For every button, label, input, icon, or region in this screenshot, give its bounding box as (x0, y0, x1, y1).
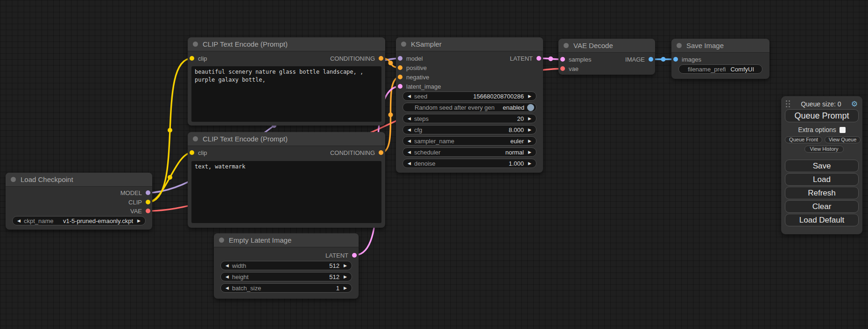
save-button[interactable]: Save (785, 160, 859, 172)
node-ksampler[interactable]: KSampler model positive negative latent_… (396, 37, 543, 173)
load-button[interactable]: Load (785, 173, 859, 186)
node-clip-text-encode-negative[interactable]: CLIP Text Encode (Prompt) clip CONDITION… (188, 132, 385, 228)
comfyui-canvas[interactable]: { "icons": { "combo_prev": "◀", "combo_n… (0, 0, 868, 329)
combo-next-icon[interactable]: ▶ (527, 128, 533, 132)
collapse-dot-icon[interactable] (193, 136, 198, 141)
node-header[interactable]: Load Checkpoint (6, 173, 152, 187)
output-dot-conditioning[interactable] (379, 150, 383, 155)
settings-gear-icon[interactable]: ⚙ (851, 100, 858, 108)
queue-front-button[interactable]: Queue Front (785, 136, 822, 143)
combo-next-icon[interactable]: ▶ (527, 139, 533, 143)
refresh-button[interactable]: Refresh (785, 187, 859, 199)
input-dot-vae[interactable] (560, 66, 565, 71)
collapse-dot-icon[interactable] (193, 42, 198, 47)
view-queue-button[interactable]: View Queue (825, 136, 861, 143)
combo-prev-icon[interactable]: ◀ (16, 219, 22, 223)
output-slot-latent: LATENT (510, 54, 541, 63)
node-save-image[interactable]: Save Image images filename_prefix ComfyU… (671, 39, 769, 79)
output-dot-image[interactable] (649, 57, 653, 62)
combo-next-icon[interactable]: ▶ (527, 94, 533, 98)
input-slot-positive: positive (398, 63, 427, 72)
output-dot-model[interactable] (146, 190, 150, 195)
input-dot-samples[interactable] (560, 57, 565, 62)
combo-prev-icon[interactable]: ◀ (406, 94, 412, 98)
node-header[interactable]: VAE Decode (558, 39, 655, 53)
link-midpoint-dot[interactable] (168, 128, 172, 133)
collapse-dot-icon[interactable] (11, 177, 16, 182)
queue-prompt-button[interactable]: Queue Prompt (785, 109, 859, 122)
prompt-text-area[interactable]: text, watermark (191, 161, 381, 223)
combo-next-icon[interactable]: ▶ (136, 219, 142, 223)
widget-scheduler[interactable]: ◀ scheduler normal ▶ (402, 147, 536, 157)
widget-seed[interactable]: ◀ seed 156680208700286 ▶ (402, 91, 536, 101)
output-slot-label: IMAGE (625, 56, 645, 63)
drag-handle-icon[interactable] (786, 100, 791, 108)
node-clip-text-encode-positive[interactable]: CLIP Text Encode (Prompt) clip CONDITION… (188, 37, 385, 126)
combo-next-icon[interactable]: ▶ (342, 286, 348, 290)
combo-next-icon[interactable]: ▶ (342, 275, 348, 279)
node-empty-latent-image[interactable]: Empty Latent Image LATENT ◀ width 512 ▶ … (214, 233, 359, 299)
input-dot-clip[interactable] (190, 56, 194, 61)
collapse-dot-icon[interactable] (401, 42, 406, 47)
extra-options-checkbox[interactable] (840, 127, 846, 133)
combo-next-icon[interactable]: ▶ (527, 161, 533, 166)
input-dot-negative[interactable] (398, 75, 402, 79)
widget-label: sampler_name (414, 138, 506, 145)
node-header[interactable]: CLIP Text Encode (Prompt) (188, 37, 385, 51)
combo-next-icon[interactable]: ▶ (527, 117, 533, 121)
combo-prev-icon[interactable]: ◀ (406, 128, 412, 132)
toggle-dot-icon[interactable] (527, 104, 534, 111)
input-dot-clip[interactable] (190, 150, 194, 155)
collapse-dot-icon[interactable] (564, 43, 569, 48)
combo-prev-icon[interactable]: ◀ (406, 150, 412, 154)
widget-denoise[interactable]: ◀ denoise 1.000 ▶ (402, 159, 536, 168)
node-header[interactable]: Empty Latent Image (214, 233, 359, 247)
link-midpoint-dot[interactable] (661, 57, 666, 62)
node-header[interactable]: KSampler (396, 37, 543, 51)
widget-width[interactable]: ◀ width 512 ▶ (220, 261, 352, 270)
link-midpoint-dot[interactable] (388, 112, 393, 117)
view-history-button[interactable]: View History (804, 146, 844, 153)
output-dot-conditioning[interactable] (379, 56, 383, 61)
output-dot-latent[interactable] (352, 253, 357, 258)
widget-ckpt-name[interactable]: ◀ ckpt_name v1-5-pruned-emaonly.ckpt ▶ (12, 216, 146, 225)
node-vae-decode[interactable]: VAE Decode samples vae IMAGE (558, 39, 655, 75)
combo-prev-icon[interactable]: ◀ (406, 117, 412, 121)
combo-prev-icon[interactable]: ◀ (406, 139, 412, 143)
output-dot-clip[interactable] (146, 200, 150, 204)
prompt-text-area[interactable]: beautiful scenery nature glass bottle la… (191, 66, 381, 122)
combo-next-icon[interactable]: ▶ (342, 264, 348, 268)
widget-filename-prefix[interactable]: filename_prefix ComfyUI (678, 64, 762, 74)
widget-steps[interactable]: ◀ steps 20 ▶ (402, 114, 536, 123)
load-default-button[interactable]: Load Default (785, 214, 859, 226)
node-header[interactable]: Save Image (671, 39, 769, 53)
node-header[interactable]: CLIP Text Encode (Prompt) (188, 132, 385, 146)
clear-button[interactable]: Clear (785, 200, 859, 213)
input-dot-latent-image[interactable] (398, 84, 402, 89)
widget-batch-size[interactable]: ◀ batch_size 1 ▶ (220, 283, 352, 293)
output-dot-latent[interactable] (536, 56, 541, 61)
combo-prev-icon[interactable]: ◀ (224, 286, 230, 290)
combo-prev-icon[interactable]: ◀ (224, 264, 230, 268)
input-slot-label: clip (198, 149, 207, 156)
combo-prev-icon[interactable]: ◀ (224, 275, 230, 279)
input-dot-positive[interactable] (398, 65, 402, 70)
link-midpoint-dot[interactable] (168, 175, 172, 180)
input-dot-images[interactable] (673, 57, 678, 62)
widget-random-seed-toggle[interactable]: Random seed after every gen enabled (402, 103, 536, 112)
widget-cfg[interactable]: ◀ cfg 8.000 ▶ (402, 125, 536, 134)
combo-prev-icon[interactable]: ◀ (406, 161, 412, 166)
widget-label: ckpt_name (24, 217, 58, 224)
output-dot-vae[interactable] (146, 209, 150, 213)
combo-next-icon[interactable]: ▶ (527, 150, 533, 154)
input-slot-label: latent_image (406, 83, 441, 90)
widget-sampler-name[interactable]: ◀ sampler_name euler ▶ (402, 136, 536, 146)
link-midpoint-dot[interactable] (549, 56, 553, 61)
link-midpoint-dot[interactable] (388, 61, 393, 65)
collapse-dot-icon[interactable] (677, 43, 682, 48)
input-dot-model[interactable] (398, 56, 402, 61)
collapse-dot-icon[interactable] (219, 238, 224, 243)
widget-value: 20 (517, 115, 524, 122)
node-load-checkpoint[interactable]: Load Checkpoint MODEL CLIP VAE ◀ ckpt_na… (6, 173, 152, 230)
widget-height[interactable]: ◀ height 512 ▶ (220, 272, 352, 281)
